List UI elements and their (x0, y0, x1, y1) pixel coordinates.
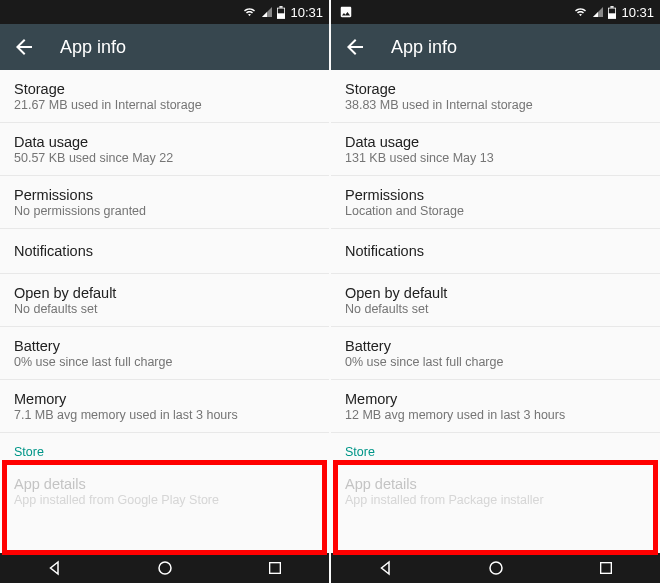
nav-bar (331, 553, 660, 583)
setting-storage[interactable]: Storage 38.83 MB used in Internal storag… (331, 70, 660, 123)
svg-rect-2 (278, 8, 284, 13)
setting-app-details[interactable]: App details App installed from Google Pl… (0, 465, 329, 517)
setting-open-by-default[interactable]: Open by default No defaults set (0, 274, 329, 327)
store-header: Store (0, 433, 329, 465)
svg-rect-9 (600, 563, 611, 574)
nav-recent-icon[interactable] (598, 560, 614, 576)
status-bar: 10:31 (331, 0, 660, 24)
svg-rect-5 (611, 6, 614, 8)
store-section: Store App details App installed from Goo… (0, 433, 329, 517)
store-header: Store (331, 433, 660, 465)
back-icon[interactable] (343, 35, 367, 59)
nav-bar (0, 553, 329, 583)
setting-permissions[interactable]: Permissions Location and Storage (331, 176, 660, 229)
picture-icon (339, 5, 353, 19)
setting-permissions[interactable]: Permissions No permissions granted (0, 176, 329, 229)
setting-notifications[interactable]: Notifications (331, 229, 660, 274)
nav-home-icon[interactable] (487, 559, 505, 577)
wifi-icon (573, 6, 588, 18)
status-time: 10:31 (621, 5, 654, 20)
setting-open-by-default[interactable]: Open by default No defaults set (331, 274, 660, 327)
back-icon[interactable] (12, 35, 36, 59)
settings-list: Storage 21.67 MB used in Internal storag… (0, 70, 329, 553)
battery-icon (277, 6, 285, 19)
setting-battery[interactable]: Battery 0% use since last full charge (331, 327, 660, 380)
svg-point-3 (159, 562, 171, 574)
page-title: App info (60, 37, 126, 58)
setting-memory[interactable]: Memory 7.1 MB avg memory used in last 3 … (0, 380, 329, 433)
page-title: App info (391, 37, 457, 58)
nav-recent-icon[interactable] (267, 560, 283, 576)
setting-data-usage[interactable]: Data usage 131 KB used since May 13 (331, 123, 660, 176)
setting-memory[interactable]: Memory 12 MB avg memory used in last 3 h… (331, 380, 660, 433)
status-left (337, 5, 353, 19)
svg-rect-4 (269, 563, 280, 574)
wifi-icon (242, 6, 257, 18)
status-icons: 10:31 (242, 5, 323, 20)
signal-icon (260, 6, 274, 18)
svg-rect-7 (609, 8, 615, 13)
signal-icon (591, 6, 605, 18)
setting-app-details[interactable]: App details App installed from Package i… (331, 465, 660, 517)
app-bar: App info (331, 24, 660, 70)
setting-notifications[interactable]: Notifications (0, 229, 329, 274)
svg-rect-0 (280, 6, 283, 8)
nav-back-icon[interactable] (46, 559, 64, 577)
phone-left: 10:31 App info Storage 21.67 MB used in … (0, 0, 329, 583)
setting-data-usage[interactable]: Data usage 50.57 KB used since May 22 (0, 123, 329, 176)
setting-battery[interactable]: Battery 0% use since last full charge (0, 327, 329, 380)
settings-list: Storage 38.83 MB used in Internal storag… (331, 70, 660, 553)
app-bar: App info (0, 24, 329, 70)
battery-icon (608, 6, 616, 19)
nav-home-icon[interactable] (156, 559, 174, 577)
status-bar: 10:31 (0, 0, 329, 24)
nav-back-icon[interactable] (377, 559, 395, 577)
status-time: 10:31 (290, 5, 323, 20)
store-section: Store App details App installed from Pac… (331, 433, 660, 517)
phone-right: 10:31 App info Storage 38.83 MB used in … (331, 0, 660, 583)
setting-storage[interactable]: Storage 21.67 MB used in Internal storag… (0, 70, 329, 123)
svg-point-8 (490, 562, 502, 574)
status-icons: 10:31 (573, 5, 654, 20)
